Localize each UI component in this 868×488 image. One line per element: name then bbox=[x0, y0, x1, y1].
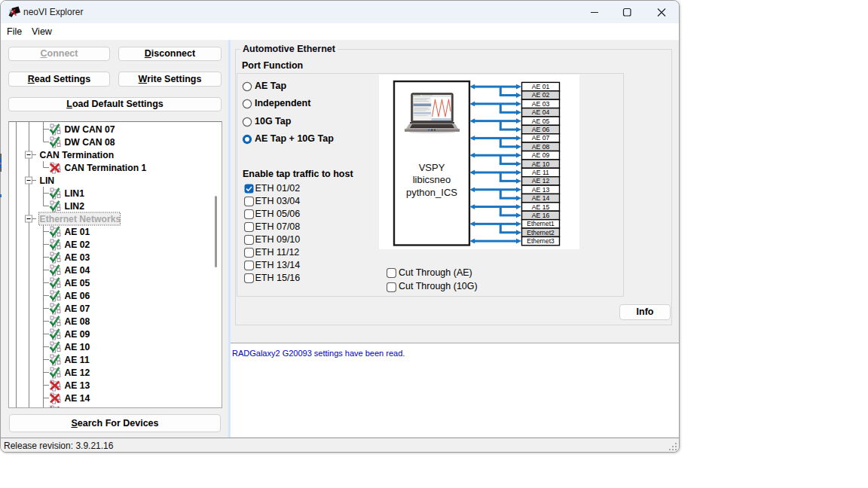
svg-text:AE 04: AE 04 bbox=[65, 265, 90, 276]
svg-text:AE 02: AE 02 bbox=[532, 91, 550, 99]
svg-text:AE 06: AE 06 bbox=[65, 291, 90, 301]
svg-text:LIN1: LIN1 bbox=[65, 188, 85, 199]
svg-text:AE 01: AE 01 bbox=[532, 83, 550, 90]
svg-text:Ethernet Networks: Ethernet Networks bbox=[40, 214, 121, 224]
svg-text:DW CAN 08: DW CAN 08 bbox=[65, 137, 115, 148]
svg-text:AE 13: AE 13 bbox=[65, 380, 90, 391]
svg-text:AE 05: AE 05 bbox=[532, 117, 550, 125]
svg-text:CAN Termination: CAN Termination bbox=[40, 150, 115, 160]
svg-text:AE 14: AE 14 bbox=[65, 393, 90, 404]
svg-text:AE 08: AE 08 bbox=[65, 316, 90, 327]
svg-text:VSPY: VSPY bbox=[419, 162, 445, 173]
svg-text:AE 03: AE 03 bbox=[65, 252, 90, 263]
svg-text:AE 15: AE 15 bbox=[65, 406, 90, 408]
svg-text:libicsneo: libicsneo bbox=[413, 174, 451, 185]
svg-text:AE 10: AE 10 bbox=[532, 160, 550, 168]
svg-text:Ethernet2: Ethernet2 bbox=[527, 229, 555, 236]
svg-text:AE 11: AE 11 bbox=[65, 355, 90, 365]
svg-text:AE 15: AE 15 bbox=[532, 203, 550, 211]
svg-text:AE 12: AE 12 bbox=[65, 368, 90, 378]
svg-text:AE 16: AE 16 bbox=[532, 212, 550, 219]
svg-text:Ethernet1: Ethernet1 bbox=[527, 220, 555, 227]
svg-text:AE 12: AE 12 bbox=[532, 177, 550, 185]
svg-text:AE 01: AE 01 bbox=[65, 227, 90, 237]
svg-text:AE 09: AE 09 bbox=[65, 329, 90, 340]
svg-text:AE 03: AE 03 bbox=[532, 100, 550, 108]
svg-text:AE 05: AE 05 bbox=[65, 278, 90, 288]
svg-text:AE 07: AE 07 bbox=[532, 134, 550, 142]
svg-text:DW CAN 07: DW CAN 07 bbox=[65, 124, 115, 135]
svg-text:LIN: LIN bbox=[40, 175, 55, 186]
svg-text:AE 11: AE 11 bbox=[532, 169, 549, 176]
svg-text:AE 13: AE 13 bbox=[532, 186, 550, 194]
svg-text:python_ICS: python_ICS bbox=[406, 187, 457, 198]
svg-text:AE 10: AE 10 bbox=[65, 342, 90, 352]
svg-text:AE 14: AE 14 bbox=[532, 194, 550, 202]
svg-text:AE 09: AE 09 bbox=[532, 151, 550, 159]
svg-text:AE 08: AE 08 bbox=[532, 143, 550, 151]
svg-text:Ethernet3: Ethernet3 bbox=[527, 237, 555, 245]
svg-text:CAN Termination 1: CAN Termination 1 bbox=[65, 163, 147, 173]
svg-text:AE 06: AE 06 bbox=[532, 126, 550, 133]
svg-text:LIN2: LIN2 bbox=[65, 201, 85, 212]
svg-text:AE 02: AE 02 bbox=[65, 239, 90, 250]
svg-text:AE 07: AE 07 bbox=[65, 303, 90, 314]
svg-text:AE 04: AE 04 bbox=[532, 108, 550, 116]
